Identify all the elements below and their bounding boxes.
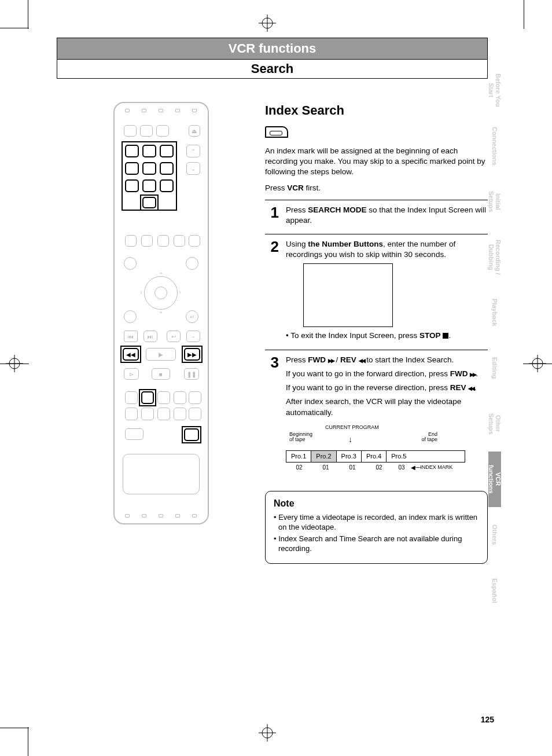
arrow-left-icon	[411, 464, 420, 472]
fwd-button-highlight	[182, 346, 203, 363]
step-2: 2 Using the Number Buttons, enter the nu…	[265, 234, 488, 350]
rev-button-highlight	[120, 346, 141, 363]
tab-before-you-start: Before You Start	[488, 63, 501, 118]
page-header: VCR functions	[57, 38, 488, 60]
crop-mark	[524, 0, 524, 29]
tape-cell: Pro.4	[362, 451, 387, 462]
tab-others: Others	[488, 507, 501, 563]
cassette-icon	[265, 126, 288, 138]
intro-text: An index mark will be assigned at the be…	[265, 146, 488, 178]
down-icon: ⌄	[187, 163, 200, 174]
dpad: ⌃ ⌄ ‹ ›	[141, 273, 181, 313]
note-item: Index Search and Time Search are not ava…	[274, 534, 479, 554]
registration-mark-icon	[259, 724, 276, 742]
registration-mark-icon	[6, 355, 23, 372]
tape-diagram: CURRENT PROGRAM ↓ Beginningof tape Endof…	[286, 424, 465, 471]
tab-editing: Editing	[488, 340, 501, 396]
note-box: Note Every time a videotape is recorded,…	[265, 491, 488, 564]
step-number: 3	[265, 355, 279, 475]
registration-mark-icon	[259, 14, 276, 32]
crop-mark	[28, 0, 28, 29]
crop-mark	[0, 28, 29, 28]
step-number: 2	[265, 239, 279, 345]
skip-back-icon: ⏮	[124, 331, 137, 342]
zero-button-highlight	[140, 194, 159, 211]
fwd-arrow-icon: →	[187, 331, 200, 342]
stop-icon: ■	[152, 369, 170, 379]
tab-connections: Connections	[488, 118, 501, 174]
rev-glyph-icon	[359, 355, 365, 364]
tab-other-setups: Other Setups	[488, 396, 501, 452]
slow-icon: ⊳	[124, 369, 138, 379]
tab-playback: Playback	[488, 285, 501, 340]
step-3: 3 Press FWD / REV to start the Index Sea…	[265, 350, 488, 480]
tape-cell: Pro.3	[337, 451, 362, 462]
fwd-glyph-icon	[470, 369, 476, 378]
tab-espanol: Español	[488, 563, 501, 618]
page-number: 125	[481, 715, 494, 724]
crop-mark	[0, 728, 29, 728]
remote-lower-panel	[123, 454, 200, 494]
section-heading: Index Search	[265, 102, 488, 119]
skip-fwd-icon: ⏭	[144, 331, 157, 342]
remote-control-illustration: ⏏ ⌃ ⌄	[113, 102, 209, 524]
crop-mark	[28, 727, 28, 756]
fwd-glyph-icon	[328, 355, 334, 364]
stop-button-highlight	[182, 426, 201, 443]
press-vcr-text: Press VCR first.	[265, 183, 488, 193]
pause-icon: ❚❚	[185, 369, 198, 379]
note-item: Every time a videotape is recorded, an i…	[274, 512, 479, 533]
return-icon: ↵	[186, 311, 198, 322]
rev-glyph-icon	[468, 383, 474, 392]
search-mode-highlight	[139, 389, 156, 406]
tab-recording-dubbing: Recording / Dubbing	[488, 229, 501, 285]
step-number: 1	[265, 205, 279, 229]
arrow-down-icon: ↓	[348, 434, 352, 445]
tab-initial-setups: Initial Setups	[488, 174, 501, 229]
eject-icon: ⏏	[189, 126, 200, 136]
side-tabs: Before You Start Connections Initial Set…	[488, 63, 501, 618]
stop-square-icon	[443, 333, 448, 339]
up-icon: ⌃	[187, 145, 200, 157]
play-icon: ▶	[146, 348, 175, 360]
step-1: 1 Press SEARCH MODE so that the Index In…	[265, 200, 488, 234]
page-subheader: Search	[57, 60, 488, 79]
tab-vcr-functions: VCR functions	[488, 452, 501, 507]
tape-cell: Pro.1	[286, 451, 311, 462]
index-input-screen	[303, 263, 393, 327]
tape-cell-current: Pro.2	[311, 451, 336, 462]
replay-icon: ↩	[167, 331, 180, 342]
registration-mark-icon	[529, 355, 546, 372]
tape-cell: Pro.5	[387, 451, 411, 462]
